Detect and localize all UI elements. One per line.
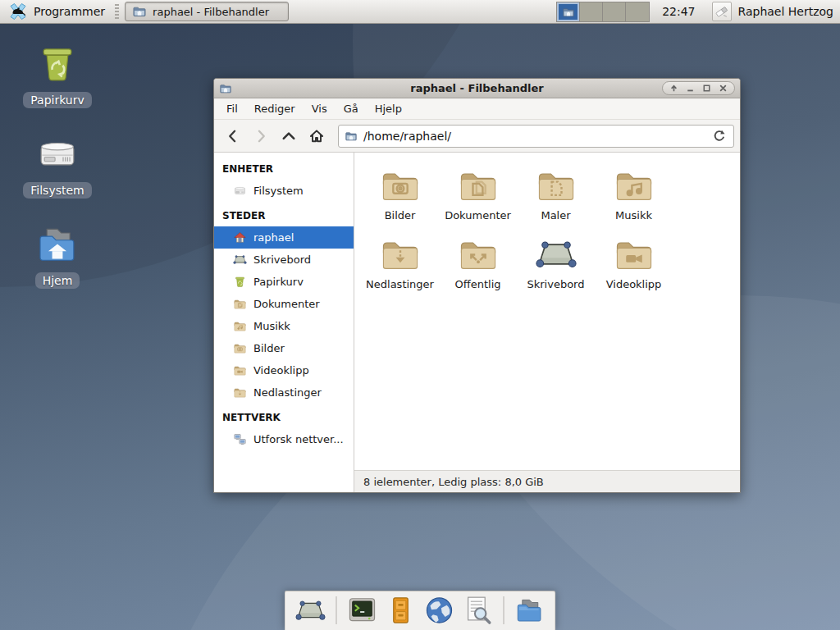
- menu-rediger[interactable]: Rediger: [246, 99, 304, 118]
- folder-public-icon: [457, 233, 500, 276]
- folder-window-icon: [562, 6, 575, 17]
- taskbar-button-label: raphael - Filbehandler: [153, 6, 269, 18]
- workspace-3[interactable]: [603, 2, 626, 21]
- dock-show-desktop-button[interactable]: [295, 595, 326, 626]
- desktop-icon-label: Filsystem: [23, 182, 91, 199]
- file-item-bilder[interactable]: Bilder: [361, 164, 439, 221]
- home-button[interactable]: [304, 124, 330, 148]
- sidebar-item-papirkurv[interactable]: Papirkurv: [214, 271, 354, 293]
- location-bar-input[interactable]: [363, 130, 705, 143]
- folder-window-icon: [132, 4, 147, 19]
- sidebar-item-bilder[interactable]: Bilder: [214, 337, 354, 359]
- close-button[interactable]: [716, 83, 730, 94]
- folder-window-icon: [219, 82, 232, 95]
- workspace-4[interactable]: [626, 2, 649, 21]
- up-button[interactable]: [276, 124, 302, 148]
- sidebar-item-videoklipp[interactable]: Videoklipp: [214, 359, 354, 381]
- desktop-icon: [233, 253, 247, 267]
- file-item-dokumenter[interactable]: Dokumenter: [439, 164, 517, 221]
- sidebar-item-skrivebord[interactable]: Skrivebord: [214, 249, 354, 271]
- dock-file-cabinet-button[interactable]: [386, 595, 417, 626]
- trash-icon: [34, 41, 80, 87]
- sidebar-item-label: Skrivebord: [253, 253, 311, 266]
- trash-icon: [233, 275, 247, 289]
- folder-videos-icon: [233, 363, 247, 377]
- sidebar-item-label: Filsystem: [253, 185, 304, 197]
- maximize-button[interactable]: [700, 83, 714, 94]
- taskbar-button-raphael-filbehandler[interactable]: raphael - Filbehandler: [125, 2, 289, 21]
- sidebar-item-nedlastinger[interactable]: Nedlastinger: [214, 381, 354, 404]
- folder-downloads-icon: [233, 386, 247, 399]
- home-icon: [233, 231, 247, 244]
- menu-fil[interactable]: Fil: [218, 99, 246, 118]
- location-bar[interactable]: [338, 125, 734, 148]
- file-item-maler[interactable]: Maler: [517, 164, 595, 221]
- network-icon: [233, 432, 247, 446]
- xfce-logo-icon: [8, 2, 28, 21]
- sidebar-item-label: Musikk: [253, 320, 290, 332]
- file-item-videoklipp[interactable]: Videoklipp: [595, 233, 673, 290]
- minimize-button[interactable]: [683, 83, 697, 94]
- workspace-2[interactable]: [580, 2, 603, 21]
- sidebar-item-utforsk-nettver[interactable]: Utforsk nettver...: [214, 428, 354, 450]
- folder-music-icon: [613, 164, 655, 207]
- file-item-offentlig[interactable]: Offentlig: [439, 233, 517, 290]
- dock-search-files-button[interactable]: [463, 595, 494, 626]
- desktop-icon-hjem[interactable]: Hjem: [15, 221, 100, 289]
- file-item-label: Dokumenter: [445, 209, 511, 221]
- workspace-1[interactable]: [557, 2, 580, 21]
- sidebar-item-label: Nedlastinger: [253, 386, 322, 399]
- file-cabinet-icon: [386, 595, 417, 626]
- applications-menu-button[interactable]: Programmer: [4, 1, 109, 22]
- window-titlebar[interactable]: raphael - Filbehandler: [214, 79, 740, 98]
- folder-pictures-icon: [233, 341, 247, 355]
- panel-separator-handle: [115, 4, 119, 19]
- menu-vis[interactable]: Vis: [304, 99, 336, 118]
- file-item-label: Offentlig: [455, 278, 501, 290]
- desktop-icon: [535, 233, 578, 276]
- folder-pictures-icon: [379, 164, 422, 207]
- desktop-icon-filsystem[interactable]: Filsystem: [15, 131, 100, 199]
- sidebar-section-enheter: ENHETER Filsystem: [214, 155, 354, 202]
- dock: [285, 591, 556, 630]
- reload-button[interactable]: [711, 128, 728, 144]
- file-item-musikk[interactable]: Musikk: [595, 164, 673, 221]
- user-actions-button[interactable]: Raphael Hertzog: [710, 1, 836, 22]
- dock-folder-button[interactable]: [514, 595, 546, 626]
- dock-web-browser-button[interactable]: [424, 595, 455, 626]
- taskbar: raphael - Filbehandler: [125, 2, 552, 21]
- clock[interactable]: 22:47: [662, 5, 695, 18]
- top-panel: Programmer raphael - Filbehandler 22:47 …: [0, 0, 840, 24]
- sidebar-item-filsystem[interactable]: Filsystem: [214, 180, 354, 202]
- sidebar-item-label: Papirkurv: [253, 276, 304, 288]
- desktop-icon-label: Hjem: [35, 272, 80, 289]
- shade-button[interactable]: [667, 83, 681, 94]
- folder-blue-icon: [514, 595, 546, 626]
- sidebar-item-musikk[interactable]: Musikk: [214, 315, 354, 337]
- logout-icon: [712, 2, 732, 21]
- file-item-skrivebord[interactable]: Skrivebord: [517, 233, 595, 290]
- folder-documents-icon: [233, 297, 247, 311]
- desktop: Papirkurv Filsystem Hjem raphael - Filbe…: [0, 0, 840, 630]
- sidebar-item-dokumenter[interactable]: Dokumenter: [214, 293, 354, 315]
- folder-window-icon: [345, 130, 358, 143]
- file-item-label: Videoklipp: [606, 278, 662, 290]
- folder-templates-icon: [535, 164, 578, 207]
- dock-separator: [336, 596, 337, 624]
- file-item-nedlastinger[interactable]: Nedlastinger: [361, 233, 439, 290]
- back-button[interactable]: [220, 124, 246, 148]
- nav-buttons: [220, 124, 330, 148]
- forward-button[interactable]: [248, 124, 274, 148]
- toolbar: [214, 120, 740, 153]
- desktop-icon-area: Papirkurv Filsystem Hjem: [15, 24, 105, 630]
- sidebar-item-label: Videoklipp: [253, 364, 309, 377]
- menu-hjelp[interactable]: Hjelp: [367, 99, 410, 118]
- desktop-icon-papirkurv[interactable]: Papirkurv: [15, 41, 100, 108]
- sidebar-item-raphael[interactable]: raphael: [214, 226, 354, 249]
- window-title: raphael - Filbehandler: [214, 82, 740, 94]
- menu-gå[interactable]: Gå: [336, 99, 367, 118]
- dock-terminal-button[interactable]: [347, 595, 378, 626]
- sidebar-section-steder: STEDER raphael Skrivebord Papirkurv Doku…: [214, 202, 354, 404]
- sidebar-section-header: ENHETER: [214, 155, 354, 180]
- desktop-icon: [295, 595, 326, 626]
